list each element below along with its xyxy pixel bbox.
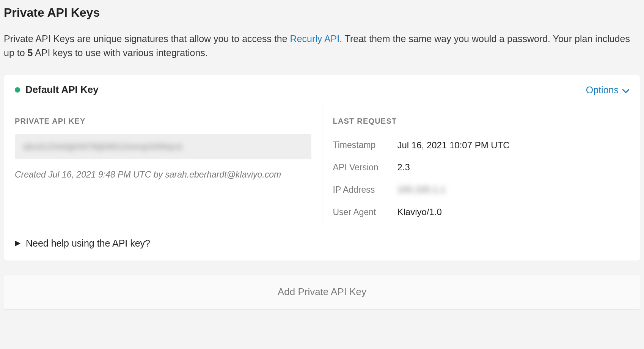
last-request-table: Timestamp Jul 16, 2021 10:07 PM UTC API … [333, 134, 630, 223]
options-label: Options [586, 83, 619, 97]
options-dropdown[interactable]: Options [586, 83, 629, 97]
intro-suffix2: API keys to use with various integration… [33, 47, 207, 58]
card-header: Default API Key Options [4, 75, 640, 105]
api-key-card: Default API Key Options PRIVATE API KEY … [4, 75, 640, 261]
help-text: Need help using the API key? [26, 236, 150, 250]
page-title: Private API Keys [4, 4, 640, 21]
last-request-column: LAST REQUEST Timestamp Jul 16, 2021 10:0… [322, 105, 640, 227]
intro-limit: 5 [28, 47, 33, 58]
triangle-right-icon: ▶ [15, 237, 20, 248]
api-version-label: API Version [333, 156, 397, 179]
card-title: Default API Key [25, 83, 99, 97]
table-row: User Agent Klaviyo/1.0 [333, 201, 630, 223]
intro-text: Private API Keys are unique signatures t… [4, 32, 640, 60]
timestamp-value: Jul 16, 2021 10:07 PM UTC [397, 134, 630, 157]
api-version-value: 2.3 [397, 156, 630, 179]
table-row: IP Address 100.100.1.1 [333, 179, 630, 201]
timestamp-label: Timestamp [333, 134, 397, 157]
card-body: PRIVATE API KEY abcd1234efgh5678ijkl9012… [4, 105, 640, 227]
last-request-label: LAST REQUEST [333, 116, 630, 127]
table-row: API Version 2.3 [333, 156, 630, 179]
ip-value: 100.100.1.1 [397, 179, 630, 201]
user-agent-value: Klaviyo/1.0 [397, 201, 630, 223]
private-key-label: PRIVATE API KEY [15, 116, 311, 127]
masked-api-key: abcd1234efgh5678ijkl9012mnop3456qrst [23, 141, 182, 153]
user-agent-label: User Agent [333, 201, 397, 223]
intro-prefix: Private API Keys are unique signatures t… [4, 33, 290, 44]
recurly-api-link[interactable]: Recurly API [290, 33, 340, 44]
ip-label: IP Address [333, 179, 397, 201]
chevron-down-icon [622, 83, 629, 97]
help-toggle[interactable]: ▶ Need help using the API key? [4, 227, 640, 261]
created-text: Created Jul 16, 2021 9:48 PM UTC by sara… [15, 168, 311, 181]
table-row: Timestamp Jul 16, 2021 10:07 PM UTC [333, 134, 630, 157]
card-header-left: Default API Key [15, 83, 99, 97]
add-private-api-key-button[interactable]: Add Private API Key [4, 275, 640, 310]
api-key-box[interactable]: abcd1234efgh5678ijkl9012mnop3456qrst [15, 134, 311, 159]
masked-ip: 100.100.1.1 [397, 183, 446, 197]
status-dot-icon [15, 87, 20, 93]
private-key-column: PRIVATE API KEY abcd1234efgh5678ijkl9012… [4, 105, 322, 227]
